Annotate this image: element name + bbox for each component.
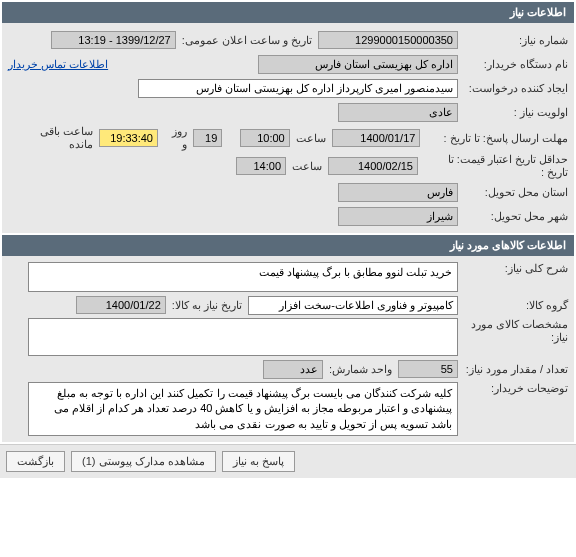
category-field: کامپیوتر و فناوری اطلاعات-سخت افزار [248,296,458,315]
buyer-note-field: کلیه شرکت کنندگان می بایست برگ پیشنهاد ق… [28,382,458,436]
time-remaining-field: 19:33:40 [99,129,158,147]
priority-field: عادی [338,103,458,122]
buyer-org-field: اداره کل بهزیستی استان فارس [258,55,458,74]
contact-link[interactable]: اطلاعات تماس خریدار [8,58,108,71]
need-desc-label: شرح کلی نیاز: [458,262,568,275]
days-remaining-label: روز و [158,125,193,151]
priority-label: اولویت نیاز : [458,106,568,119]
need-until-field: 1400/01/22 [76,296,166,314]
panel2-body: شرح کلی نیاز: خرید تبلت لنوو مطابق با بر… [2,256,574,442]
spec-field [28,318,458,356]
deadline-label: مهلت ارسال پاسخ: تا تاریخ : [420,132,568,145]
buyer-note-label: توضیحات خریدار: [458,382,568,395]
province-field: فارس [338,183,458,202]
min-credit-time-field: 14:00 [236,157,286,175]
min-credit-time-label: ساعت [286,160,328,173]
qty-label: تعداد / مقدار مورد نیاز: [458,363,568,376]
time-remaining-label: ساعت باقی مانده [8,125,99,151]
buyer-org-label: نام دستگاه خریدار: [458,58,568,71]
need-number-field: 1299000150000350 [318,31,458,49]
button-bar: پاسخ به نیاز مشاهده مدارک پیوستی (1) باز… [0,444,576,478]
min-credit-label: حداقل تاریخ اعتبار قیمت: تا تاریخ : [418,153,568,179]
need-desc-field: خرید تبلت لنوو مطابق با برگ پیشنهاد قیمت [28,262,458,292]
unit-label: واحد شمارش: [323,363,398,376]
unit-field: عدد [263,360,323,379]
days-remaining-field: 19 [193,129,223,147]
public-announce-field: 1399/12/27 - 13:19 [51,31,176,49]
panel1-body: شماره نیاز: 1299000150000350 تاریخ و ساع… [2,23,574,233]
deadline-time-label: ساعت [290,132,332,145]
need-until-label: تاریخ نیاز به کالا: [166,299,248,312]
min-credit-date-field: 1400/02/15 [328,157,418,175]
city-label: شهر محل تحویل: [458,210,568,223]
panel1-header: اطلاعات نیاز [2,2,574,23]
deadline-time-field: 10:00 [240,129,289,147]
return-button[interactable]: بازگشت [6,451,65,472]
spec-label: مشخصات کالای مورد نیاز: [458,318,568,344]
city-field: شیراز [338,207,458,226]
panel2-header: اطلاعات کالاهای مورد نیاز [2,235,574,256]
creator-field: سیدمنصور امیری کارپرداز اداره کل بهزیستی… [138,79,458,98]
category-label: گروه کالا: [458,299,568,312]
need-number-label: شماره نیاز: [458,34,568,47]
creator-label: ایجاد کننده درخواست: [458,82,568,95]
qty-field: 55 [398,360,458,378]
deadline-date-field: 1400/01/17 [332,129,421,147]
public-announce-label: تاریخ و ساعت اعلان عمومی: [176,34,318,47]
reply-button[interactable]: پاسخ به نیاز [222,451,295,472]
attachments-button[interactable]: مشاهده مدارک پیوستی (1) [71,451,216,472]
province-label: استان محل تحویل: [458,186,568,199]
